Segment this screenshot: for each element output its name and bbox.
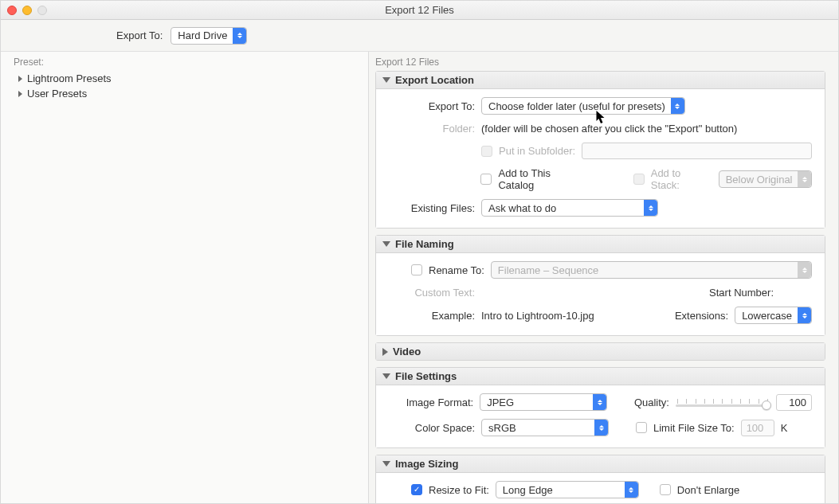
extensions-label: Extensions: [675, 310, 728, 322]
resize-to-fit-value: Long Edge [503, 484, 572, 496]
disclosure-right-icon [18, 91, 22, 97]
panel-header-file-naming[interactable]: File Naming [376, 236, 825, 253]
settings-column: Export 12 Files Export Location Export T… [369, 52, 838, 503]
panel-export-location: Export Location Export To: Choose folder… [375, 71, 825, 229]
export-to-label: Export To: [116, 29, 163, 41]
add-to-stack-select: Below Original [719, 170, 812, 188]
panel-video: Video [375, 342, 825, 361]
rename-to-value: Filename – Sequence [498, 264, 617, 276]
chevron-updown-icon [644, 200, 657, 216]
resize-to-fit-select[interactable]: Long Edge [496, 481, 639, 498]
panel-title: File Settings [395, 370, 457, 382]
panel-header-export-location[interactable]: Export Location [376, 72, 825, 89]
extensions-select[interactable]: Lowercase [735, 307, 812, 324]
chevron-updown-icon [798, 307, 811, 323]
add-to-stack-checkbox [633, 174, 645, 185]
quality-slider[interactable] [676, 396, 770, 408]
disclosure-right-icon [18, 76, 22, 82]
put-in-subfolder-label: Put in Subfolder: [499, 145, 575, 157]
example-value: Intro to Lightroom-10.jpg [481, 310, 594, 322]
disclosure-down-icon [382, 241, 390, 247]
disclosure-down-icon [382, 461, 390, 467]
disclosure-down-icon [382, 77, 390, 83]
chevron-updown-icon [593, 394, 606, 410]
export-to-select[interactable]: Hard Drive [171, 27, 247, 45]
disclosure-right-icon [382, 348, 388, 356]
chevron-updown-icon [594, 420, 608, 436]
start-number-label: Start Number: [709, 287, 774, 299]
subfolder-input [582, 143, 812, 159]
close-icon[interactable] [7, 6, 17, 15]
limit-file-size-input [741, 420, 774, 436]
panel-title: Video [393, 346, 421, 357]
window-controls [7, 6, 47, 15]
panel-title: File Naming [395, 238, 454, 250]
limit-file-size-label: Limit File Size To: [653, 422, 735, 434]
settings-heading: Export 12 Files [375, 57, 825, 68]
color-space-label: Color Space: [389, 422, 475, 434]
panel-header-image-sizing[interactable]: Image Sizing [376, 455, 825, 473]
custom-text-label: Custom Text: [389, 287, 475, 299]
window-title: Export 12 Files [1, 4, 838, 16]
panel-image-sizing: Image Sizing Resize to Fit: Long Edge Do… [375, 455, 825, 503]
color-space-select[interactable]: sRGB [481, 419, 609, 436]
chevron-updown-icon [798, 262, 811, 278]
panel-header-video[interactable]: Video [376, 343, 825, 360]
limit-file-size-unit: K [781, 422, 788, 434]
preset-group-user[interactable]: User Presets [14, 86, 355, 101]
folder-hint: (folder will be chosen after you click t… [481, 123, 737, 135]
rename-to-select: Filename – Sequence [491, 261, 812, 279]
export-to-folder-value: Choose folder later (useful for presets) [488, 100, 684, 112]
preset-heading: Preset: [14, 57, 355, 68]
put-in-subfolder-checkbox [481, 146, 492, 157]
export-to-label: Export To: [389, 100, 475, 112]
add-to-stack-label: Add to Stack: [651, 167, 712, 191]
add-to-catalog-checkbox[interactable] [480, 174, 492, 185]
minimize-icon[interactable] [22, 6, 32, 15]
chevron-updown-icon [233, 28, 246, 44]
panel-file-naming: File Naming Rename To: Filename – Sequen… [375, 235, 825, 336]
dont-enlarge-label: Don't Enlarge [677, 484, 739, 496]
preset-group-lightroom[interactable]: Lightroom Presets [14, 71, 355, 86]
panel-file-settings: File Settings Image Format: JPEG Quality… [375, 367, 825, 448]
example-label: Example: [389, 310, 475, 322]
add-to-catalog-label: Add to This Catalog [498, 167, 588, 191]
preset-sidebar: Preset: Lightroom Presets User Presets [1, 52, 369, 503]
quality-input[interactable] [776, 394, 812, 411]
image-format-label: Image Format: [389, 397, 473, 408]
color-space-value: sRGB [488, 422, 535, 434]
top-export-to-row: Export To: Hard Drive [1, 20, 838, 52]
existing-files-value: Ask what to do [488, 202, 575, 214]
fullscreen-icon [37, 6, 47, 15]
dont-enlarge-checkbox[interactable] [660, 484, 671, 495]
folder-label: Folder: [389, 123, 475, 135]
image-format-value: JPEG [487, 397, 533, 408]
limit-file-size-checkbox[interactable] [636, 422, 647, 433]
rename-to-label: Rename To: [429, 264, 484, 276]
disclosure-down-icon [382, 373, 390, 379]
panel-title: Export Location [395, 74, 474, 86]
chevron-updown-icon [798, 171, 811, 187]
image-format-select[interactable]: JPEG [480, 393, 607, 411]
preset-group-label: User Presets [27, 88, 87, 100]
resize-to-fit-label: Resize to Fit: [429, 484, 489, 496]
panel-header-file-settings[interactable]: File Settings [376, 368, 825, 385]
window-titlebar: Export 12 Files [1, 1, 838, 20]
chevron-updown-icon [625, 482, 638, 498]
existing-files-label: Existing Files: [389, 202, 475, 214]
export-to-folder-select[interactable]: Choose folder later (useful for presets) [481, 97, 685, 115]
rename-to-checkbox[interactable] [411, 264, 422, 275]
preset-group-label: Lightroom Presets [27, 72, 112, 84]
existing-files-select[interactable]: Ask what to do [481, 199, 658, 217]
chevron-updown-icon [671, 98, 684, 114]
quality-label: Quality: [634, 397, 669, 408]
resize-to-fit-checkbox[interactable] [411, 484, 422, 495]
panel-title: Image Sizing [395, 458, 458, 470]
